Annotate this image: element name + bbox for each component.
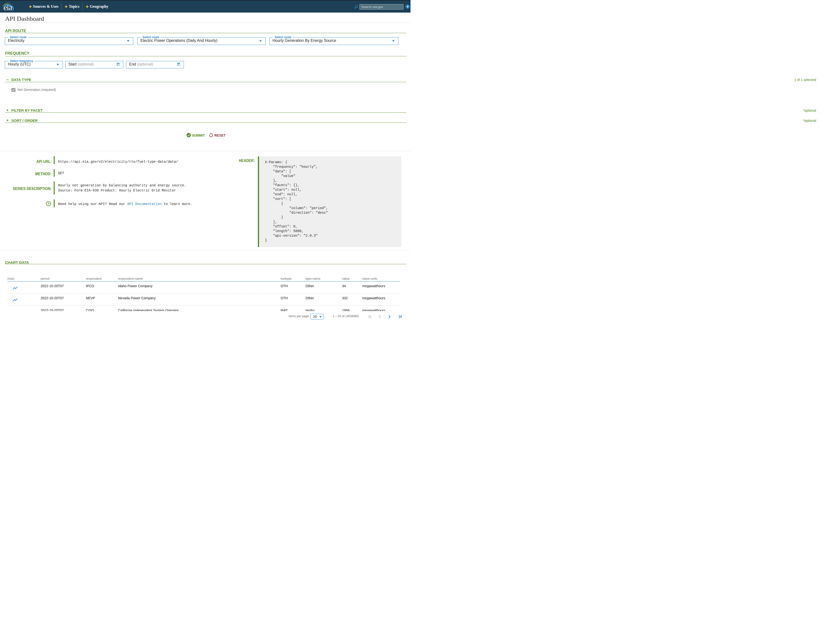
svg-text:eia: eia	[3, 3, 12, 12]
svg-text:?: ?	[48, 202, 49, 206]
